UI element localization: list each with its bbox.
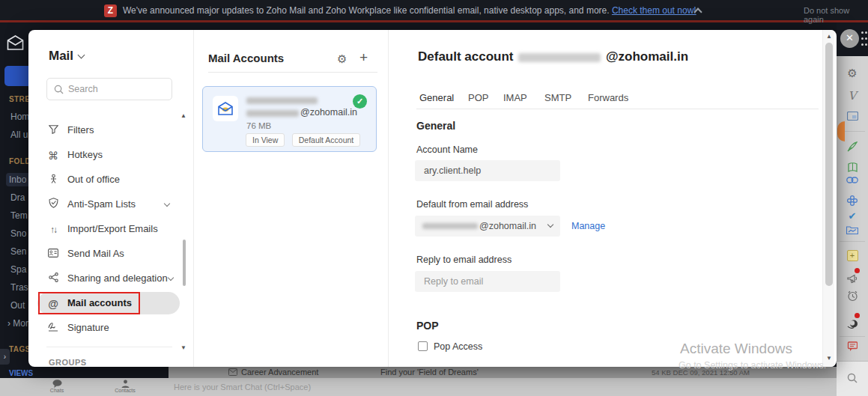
sidebar-search-cell[interactable] <box>837 361 868 396</box>
new-mail-button[interactable] <box>4 66 28 86</box>
tab-imap[interactable]: IMAP <box>503 92 527 103</box>
scroll-up-arrow[interactable]: ▲ <box>826 33 832 40</box>
expand-panel-tab[interactable]: › <box>0 349 10 365</box>
nav-item-hotkeys[interactable]: ⌘Hotkeys <box>37 144 180 166</box>
email-sender: Career Advancement <box>241 367 318 378</box>
scroll-up-arrow[interactable]: ▲ <box>180 112 186 119</box>
tab-smtp[interactable]: SMTP <box>544 92 571 103</box>
right-tool-sidebar: ⚙ V ✔ + <box>837 56 868 396</box>
shield-check-icon <box>46 194 60 216</box>
alarm-clock-icon[interactable] <box>837 290 868 302</box>
search-input[interactable] <box>68 79 166 99</box>
default-from-select[interactable]: @zohomail.in <box>415 216 560 237</box>
rail-item-home[interactable]: Hom <box>10 112 28 122</box>
pop-section-heading: POP <box>416 320 439 332</box>
do-not-show-again-link[interactable]: Do not show again <box>804 6 868 24</box>
chevron-down-icon[interactable] <box>168 275 174 281</box>
rail-item-outbox[interactable]: Out <box>10 300 25 311</box>
send-mail-as-icon <box>46 243 60 266</box>
checkbox-icon[interactable] <box>418 341 428 351</box>
nav-item-filters[interactable]: Filters <box>37 119 180 141</box>
dock-contacts[interactable]: Contacts <box>103 379 148 393</box>
command-icon: ⌘ <box>46 144 60 167</box>
nav-item-send-mail-as[interactable]: Send Mail As <box>37 243 180 265</box>
nav-item-out-of-office[interactable]: Out of office <box>37 168 180 191</box>
background-email-row[interactable]: Career Advancement Find your 'Field of D… <box>169 367 843 378</box>
folder-chart-icon[interactable] <box>837 225 868 234</box>
modal-scrollbar[interactable]: ▲ ▼ <box>822 30 834 367</box>
nav-item-import-export[interactable]: ↑↓Import/Export Emails <box>37 218 180 240</box>
feedback-flag-icon[interactable] <box>837 341 868 351</box>
divider <box>193 30 194 367</box>
rail-item-more[interactable]: › Mor <box>7 318 28 329</box>
signature-icon <box>46 317 60 340</box>
divider <box>388 30 389 367</box>
nav-item-signature[interactable]: Signature <box>37 317 180 339</box>
nav-item-anti-spam[interactable]: Anti-Spam Lists <box>37 193 180 216</box>
close-icon[interactable]: ✕ <box>840 29 859 48</box>
tags-section-label: TAGS <box>9 345 28 353</box>
v-app-icon[interactable]: V <box>837 89 868 103</box>
settings-search <box>46 78 172 100</box>
rail-item-snoozed[interactable]: Sno <box>10 228 26 239</box>
import-export-icon: ↑↓ <box>46 219 60 241</box>
tab-general[interactable]: General <box>419 92 454 103</box>
night-mode-icon[interactable] <box>837 319 868 329</box>
zia-side-notch[interactable] <box>837 121 845 141</box>
left-nav-rail-bottom: VIEWS <box>0 367 28 378</box>
settings-gear-icon[interactable]: ⚙ <box>837 67 868 80</box>
mail-account-card[interactable]: @zohomail.in 76 MB In View Default Accou… <box>202 86 377 152</box>
notebook-icon[interactable] <box>837 162 868 173</box>
account-storage: 76 MB <box>246 121 271 130</box>
banner-message: We've announced major updates to Zoho Ma… <box>123 5 610 16</box>
left-nav-rail: STREA Hom All u FOLDE Inbo Dra Tem Sno S… <box>0 22 28 367</box>
banner-link[interactable]: Check them out now! <box>612 5 696 16</box>
link-icon[interactable] <box>837 177 868 183</box>
rail-item-templates[interactable]: Tem <box>10 210 28 221</box>
notification-dot <box>855 313 860 318</box>
share-icon <box>46 268 60 290</box>
nav-scrollbar-thumb[interactable] <box>183 240 186 286</box>
dock-chats-label: Chats <box>34 388 79 393</box>
badge-default-account: Default Account <box>292 133 361 147</box>
clover-app-icon[interactable] <box>837 195 868 206</box>
nav-item-mail-accounts[interactable]: @Mail accounts <box>37 292 180 314</box>
reply-to-label: Reply to email address <box>416 255 512 265</box>
tab-forwards[interactable]: Forwards <box>588 92 628 103</box>
nav-item-sharing-delegation[interactable]: Sharing and delegation <box>37 267 180 290</box>
accounts-settings-gear-icon[interactable]: ⚙ <box>337 52 347 66</box>
smart-chat-bar[interactable]: Chats Contacts Here is your Smart Chat (… <box>0 378 868 396</box>
tab-pop[interactable]: POP <box>468 92 488 103</box>
chevron-down-icon <box>547 222 553 228</box>
sticky-note-add-icon[interactable]: + <box>837 248 868 261</box>
rail-item-spam[interactable]: Spa <box>10 264 26 275</box>
browser-card-icon[interactable] <box>837 112 868 121</box>
rail-item-all-unread[interactable]: All u <box>10 130 28 140</box>
email-meta: 54 KB DEC 09, 2021 12:50 AM <box>652 367 750 378</box>
rail-item-sent[interactable]: Sen <box>10 246 26 257</box>
scroll-down-arrow[interactable]: ▼ <box>180 344 186 351</box>
manage-link[interactable]: Manage <box>571 221 605 231</box>
zoho-mail-logo-icon[interactable] <box>6 34 25 51</box>
add-account-icon[interactable]: + <box>359 49 368 66</box>
chevron-down-icon[interactable] <box>164 201 170 207</box>
rail-item-drafts[interactable]: Dra <box>10 192 25 203</box>
megaphone-icon[interactable] <box>837 274 868 284</box>
reply-to-input[interactable] <box>415 271 560 292</box>
scroll-down-arrow[interactable]: ▼ <box>826 355 832 362</box>
views-section-label: VIEWS <box>9 369 33 377</box>
divider <box>208 72 377 73</box>
tasks-check-icon[interactable]: ✔ <box>837 210 868 222</box>
divider <box>416 109 819 109</box>
notification-dot <box>855 268 860 273</box>
account-name-input[interactable] <box>415 160 560 181</box>
pop-access-checkbox-row[interactable]: Pop Access <box>418 341 482 352</box>
rail-item-trash[interactable]: Tras <box>10 282 28 293</box>
quill-icon[interactable] <box>837 141 868 152</box>
scrollbar-thumb[interactable] <box>825 43 833 286</box>
settings-app-switcher[interactable]: Mail <box>49 49 84 64</box>
dock-chats[interactable]: Chats <box>34 379 79 393</box>
groups-section-header: GROUPS <box>49 358 87 367</box>
announcement-banner: Z We've announced major updates to Zoho … <box>0 0 868 22</box>
rail-item-inbox[interactable]: Inbo <box>6 173 28 186</box>
